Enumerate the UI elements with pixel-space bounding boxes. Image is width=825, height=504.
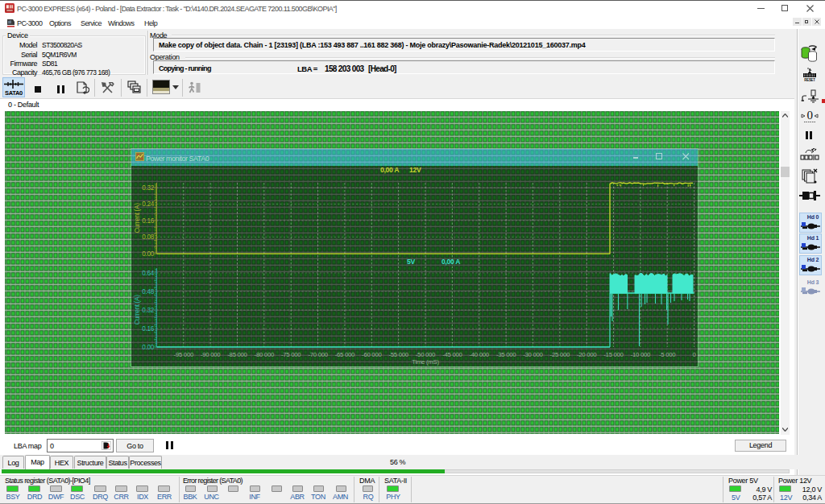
svg-text:5V: 5V — [407, 258, 415, 266]
svg-text:0.48: 0.48 — [142, 288, 154, 295]
svg-text:-65 000: -65 000 — [335, 351, 355, 358]
svg-text:0,00 A: 0,00 A — [442, 258, 460, 266]
svg-text:0.16: 0.16 — [142, 217, 154, 225]
svg-text:-85 000: -85 000 — [227, 351, 247, 358]
svg-text:0,00 A: 0,00 A — [380, 166, 399, 174]
svg-text:-90 000: -90 000 — [201, 351, 221, 358]
svg-text:0.32: 0.32 — [142, 184, 154, 192]
svg-text:0.64: 0.64 — [142, 270, 154, 277]
svg-text:0.00: 0.00 — [142, 344, 154, 351]
svg-text:-30 000: -30 000 — [523, 351, 543, 358]
svg-text:-95 000: -95 000 — [174, 351, 194, 358]
svg-text:0.16: 0.16 — [142, 325, 154, 333]
svg-text:Time (mS): Time (mS) — [412, 358, 439, 366]
svg-text:-70 000: -70 000 — [308, 351, 328, 358]
svg-text:-45 000: -45 000 — [442, 351, 462, 358]
svg-text:-80 000: -80 000 — [255, 351, 275, 358]
svg-text:-55 000: -55 000 — [388, 351, 408, 358]
svg-text:Current (A): Current (A) — [134, 203, 141, 233]
svg-text:-40 000: -40 000 — [470, 351, 490, 358]
svg-text:-20 000: -20 000 — [577, 351, 597, 358]
svg-text:Current (A): Current (A) — [134, 295, 141, 325]
svg-text:-25 000: -25 000 — [550, 351, 570, 358]
svg-text:-10 000: -10 000 — [631, 351, 651, 358]
svg-text:0.00: 0.00 — [142, 250, 154, 258]
svg-text:0: 0 — [693, 351, 697, 358]
svg-text:-5 000: -5 000 — [659, 351, 676, 358]
svg-text:-75 000: -75 000 — [281, 351, 301, 358]
svg-text:0: 0 — [806, 109, 812, 122]
svg-text:-60 000: -60 000 — [362, 351, 382, 358]
svg-text:0.24: 0.24 — [142, 200, 154, 208]
svg-text:0.08: 0.08 — [142, 233, 154, 241]
svg-text:12V: 12V — [409, 166, 421, 174]
svg-text:-50 000: -50 000 — [416, 351, 436, 358]
svg-text:0.32: 0.32 — [142, 307, 154, 314]
svg-text:RESET: RESET — [804, 78, 815, 82]
svg-text:-35 000: -35 000 — [496, 351, 516, 358]
svg-text:-15 000: -15 000 — [603, 351, 624, 358]
